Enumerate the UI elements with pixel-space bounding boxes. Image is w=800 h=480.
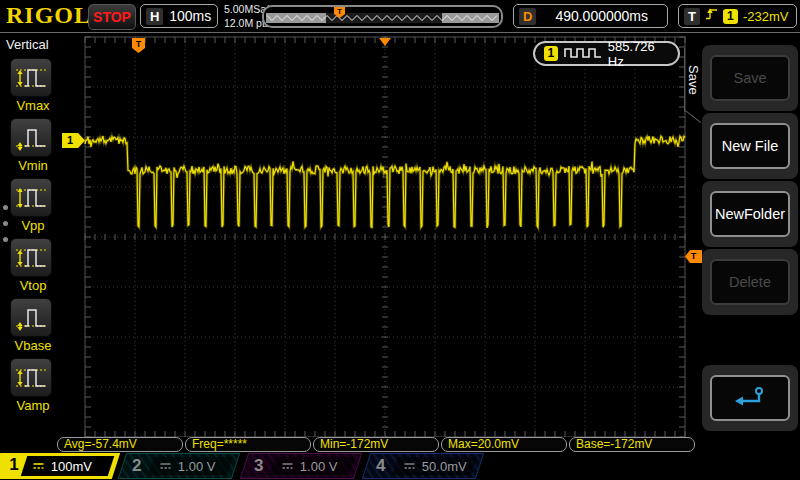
vamp-label: Vamp	[10, 398, 56, 413]
back-button[interactable]	[710, 375, 790, 421]
counter-channel-chip: 1	[544, 46, 558, 61]
dc-coupling-icon	[159, 461, 172, 471]
menu-group: NewFolder	[702, 181, 798, 247]
channel-2-tab[interactable]: 2 1.00 V	[118, 453, 240, 479]
menu-tab-save: Save	[684, 48, 701, 112]
rigol-logo: RIGOL	[6, 2, 91, 29]
channel-1-number: 1	[9, 455, 18, 475]
svg-text:T: T	[136, 39, 142, 49]
channel-4-scale: 50.0mV	[422, 459, 467, 474]
menu-group: New File	[702, 113, 798, 179]
measurement-freq: Freq=*****	[185, 437, 311, 452]
new-folder-button[interactable]: NewFolder	[710, 191, 790, 237]
channel-4-tab[interactable]: 4 50.0mV	[362, 453, 484, 479]
menu-item-vtop[interactable]: Vtop	[10, 238, 56, 293]
vertical-measure-menu: Vertical Vmax Vmin Vpp Vtop Vbase Vamp	[0, 33, 58, 452]
vbase-label: Vbase	[10, 338, 56, 353]
trigger-level-value: -232mV	[743, 9, 789, 24]
channel-2-number: 2	[132, 456, 141, 476]
vtop-label: Vtop	[10, 278, 56, 293]
return-arrow-icon	[733, 386, 767, 411]
new-file-button[interactable]: New File	[710, 123, 790, 169]
vamp-icon	[10, 358, 52, 397]
channel-3-tab[interactable]: 3 1.00 V	[240, 453, 362, 479]
oscilloscope-screen: RIGOL STOP H 100ms 5.00MSa/s 12.0M pts T…	[0, 0, 800, 480]
rising-edge-icon	[705, 7, 718, 25]
menu-group: Delete	[702, 249, 798, 315]
softkey-menu: Save New File NewFolder Delete	[700, 33, 800, 452]
vmax-icon	[10, 58, 52, 97]
trigger-badge: T 1 -232mV	[678, 4, 797, 28]
vmin-icon	[10, 118, 52, 157]
menu-item-vmax[interactable]: Vmax	[10, 58, 56, 113]
menu-group	[702, 365, 798, 431]
delay-value: 490.000000ms	[541, 8, 662, 24]
svg-text:T: T	[337, 7, 342, 16]
frequency-value: 585.726 Hz	[608, 39, 669, 69]
menu-page-indicator	[3, 205, 8, 242]
channel-status-bar: 1 100mV 2 1.00 V 3	[0, 452, 800, 480]
horizontal-timebase-badge: H 100ms	[140, 4, 218, 28]
measurement-min: Min=-172mV	[313, 437, 439, 452]
measurement-avg: Avg=-57.4mV	[57, 437, 183, 452]
trigger-source-channel: 1	[723, 9, 738, 24]
waveform-display: T	[60, 35, 700, 437]
timebase-value: 100ms	[168, 8, 212, 24]
menu-item-vbase[interactable]: Vbase	[10, 298, 56, 353]
dc-coupling-icon	[32, 461, 45, 471]
measurement-base: Base=-172mV	[569, 437, 695, 452]
dc-coupling-icon	[403, 461, 416, 471]
vpp-icon	[10, 178, 52, 217]
channel-1-tab[interactable]: 1 100mV	[0, 453, 120, 479]
channel-3-number: 3	[254, 456, 263, 476]
waveform-overview-bar: T	[262, 5, 503, 28]
menu-item-vmin[interactable]: Vmin	[10, 118, 56, 173]
vmin-label: Vmin	[10, 158, 56, 173]
measurement-max: Max=20.0mV	[441, 437, 567, 452]
dc-coupling-icon	[281, 461, 294, 471]
trigger-label: T	[684, 8, 700, 25]
top-status-bar: RIGOL STOP H 100ms 5.00MSa/s 12.0M pts T…	[0, 0, 800, 33]
run-state-badge[interactable]: STOP	[88, 4, 136, 30]
horizontal-label: H	[146, 8, 163, 25]
channel-2-scale: 1.00 V	[178, 459, 216, 474]
menu-group: Save	[702, 45, 798, 111]
menu-item-vpp[interactable]: Vpp	[10, 178, 56, 233]
channel-4-number: 4	[376, 456, 385, 476]
vbase-icon	[10, 298, 52, 337]
waveform-overview-graphic: T	[264, 7, 501, 26]
save-button[interactable]: Save	[710, 55, 790, 101]
delay-badge: D 490.000000ms	[513, 4, 668, 28]
delete-button[interactable]: Delete	[710, 259, 790, 305]
vtop-icon	[10, 238, 52, 277]
delay-label: D	[519, 8, 536, 25]
square-wave-icon	[564, 45, 602, 63]
vmax-label: Vmax	[10, 98, 56, 113]
menu-title: Vertical	[0, 33, 58, 54]
frequency-counter-readout: 1 585.726 Hz	[533, 41, 680, 66]
menu-item-vamp[interactable]: Vamp	[10, 358, 56, 413]
channel-3-scale: 1.00 V	[300, 459, 338, 474]
channel-1-scale: 100mV	[51, 459, 92, 474]
vpp-label: Vpp	[10, 218, 56, 233]
